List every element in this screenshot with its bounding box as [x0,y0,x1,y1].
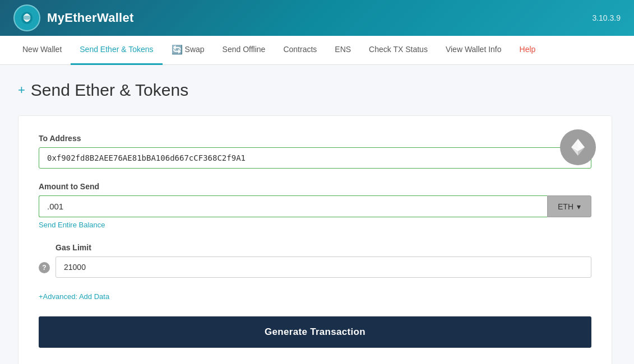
generate-transaction-button[interactable]: Generate Transaction [39,316,591,348]
version-label: 3.10.3.9 [592,13,621,22]
swap-icon: 🔄 [172,44,183,55]
nav-item-ens[interactable]: ENS [326,36,360,65]
nav-item-send-ether-tokens[interactable]: Send Ether & Tokens [71,36,162,65]
nav-item-help[interactable]: Help [511,36,545,65]
amount-input[interactable] [39,195,547,217]
plus-icon: + [18,84,25,96]
currency-label: ETH [558,202,573,211]
header-left: MyEtherWallet [13,4,134,31]
nav-item-view-wallet-info[interactable]: View Wallet Info [437,36,511,65]
currency-dropdown-btn[interactable]: ETH ▾ [547,195,591,217]
eth-diamond-icon [567,137,589,158]
nav-item-new-wallet[interactable]: New Wallet [13,36,71,65]
svg-marker-2 [578,139,585,149]
to-address-label: To Address [39,134,591,143]
amount-label: Amount to Send [39,182,591,191]
nav-item-contracts[interactable]: Contracts [274,36,326,65]
gas-limit-label: Gas Limit [55,243,591,252]
amount-row: ETH ▾ [39,195,591,217]
nav-item-swap[interactable]: 🔄Swap [163,36,214,65]
logo [13,4,40,31]
advanced-add-data-link[interactable]: +Advanced: Add Data [39,292,109,301]
page-title: Send Ether & Tokens [31,81,188,100]
nav-item-check-tx-status[interactable]: Check TX Status [360,36,437,65]
gas-limit-input[interactable] [55,256,591,278]
main-nav: New Wallet Send Ether & Tokens 🔄Swap Sen… [0,36,634,65]
page-title-row: + Send Ether & Tokens [18,81,616,100]
header: MyEtherWallet 3.10.3.9 [0,0,634,36]
gas-field: Gas Limit [55,243,591,278]
to-address-input[interactable] [39,147,591,169]
eth-logo [560,129,596,165]
form-card: To Address Amount to Send ETH ▾ Send Ent… [18,115,612,364]
main-content: + Send Ether & Tokens To Address Amount … [0,65,634,364]
send-entire-balance-link[interactable]: Send Entire Balance [39,221,105,229]
to-address-group: To Address [39,134,591,169]
gas-limit-group: ? Gas Limit [39,243,591,278]
brand-name: MyEtherWallet [47,11,134,25]
amount-group: Amount to Send ETH ▾ Send Entire Balance [39,182,591,230]
currency-arrow-icon: ▾ [577,202,581,211]
logo-icon [17,8,37,28]
gas-limit-help-icon[interactable]: ? [39,262,50,273]
nav-item-send-offline[interactable]: Send Offline [214,36,275,65]
